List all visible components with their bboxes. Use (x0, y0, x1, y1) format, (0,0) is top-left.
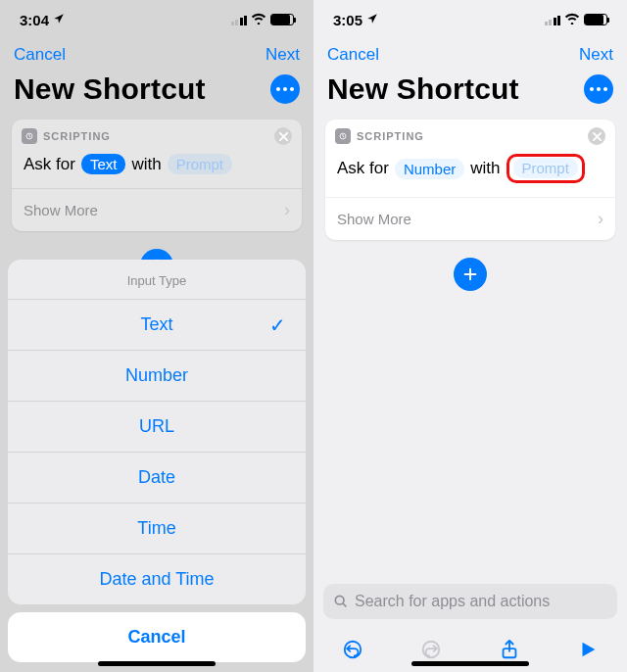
run-button[interactable] (568, 630, 607, 669)
ask-middle: with (470, 159, 500, 178)
input-type-pill[interactable]: Number (395, 159, 464, 179)
check-icon: ✓ (269, 313, 286, 337)
undo-button[interactable] (333, 630, 372, 669)
sheet-option-datetime[interactable]: Date and Time (8, 553, 306, 604)
prompt-pill[interactable]: Prompt (513, 158, 578, 178)
wifi-icon (251, 12, 266, 27)
cancel-button[interactable]: Cancel (327, 45, 379, 65)
wifi-icon (564, 12, 580, 27)
sheet-option-number[interactable]: Number (8, 350, 306, 401)
signal-icon (545, 15, 561, 25)
ask-middle: with (131, 155, 161, 174)
show-more-label: Show More (337, 211, 411, 227)
more-button[interactable] (584, 74, 613, 104)
location-icon (53, 13, 65, 27)
sheet-option-date[interactable]: Date (8, 452, 306, 503)
home-indicator (411, 661, 529, 666)
action-sheet: Input Type Text ✓ Number URL Date Time D… (8, 260, 306, 662)
show-more-row[interactable]: Show More › (325, 197, 615, 240)
sheet-option-url[interactable]: URL (8, 401, 306, 452)
remove-action-button[interactable] (588, 127, 605, 145)
ellipsis-icon (590, 87, 607, 91)
svg-point-2 (335, 596, 344, 604)
sheet-title: Input Type (8, 260, 306, 299)
search-input[interactable]: Search for apps and actions (323, 584, 617, 619)
cancel-button[interactable]: Cancel (14, 45, 66, 65)
show-more-row[interactable]: Show More › (12, 188, 302, 231)
home-indicator (98, 661, 216, 666)
nav-bar: Cancel Next (314, 39, 627, 69)
card-category: SCRIPTING (43, 130, 111, 142)
more-button[interactable] (270, 74, 300, 104)
status-bar: 3:04 (0, 0, 314, 39)
status-time: 3:05 (333, 12, 362, 28)
chevron-right-icon: › (598, 209, 603, 229)
location-icon (366, 13, 378, 27)
sheet-cancel-button[interactable]: Cancel (8, 612, 306, 662)
ask-prefix: Ask for (24, 155, 75, 174)
sheet-option-text[interactable]: Text ✓ (8, 299, 306, 350)
next-button[interactable]: Next (579, 45, 613, 65)
status-bar: 3:05 (314, 0, 627, 39)
ask-prefix: Ask for (337, 159, 389, 178)
scripting-icon (335, 128, 351, 144)
ellipsis-icon (276, 87, 294, 91)
scripting-icon (22, 128, 37, 144)
battery-icon (584, 14, 607, 25)
battery-icon (270, 14, 294, 25)
show-more-label: Show More (24, 202, 98, 218)
highlight-annotation: Prompt (506, 154, 585, 183)
phone-left: 3:04 Cancel Next New Shortcut (0, 0, 314, 672)
phone-right: 3:05 Cancel Next New Shortcut (314, 0, 627, 672)
signal-icon (231, 15, 248, 25)
action-card: SCRIPTING Ask for Text with Prompt Show … (12, 120, 302, 231)
input-type-pill[interactable]: Text (81, 154, 126, 174)
remove-action-button[interactable] (274, 127, 292, 145)
search-placeholder: Search for apps and actions (355, 593, 550, 610)
search-icon (333, 594, 349, 609)
nav-bar: Cancel Next (0, 39, 314, 69)
chevron-right-icon: › (284, 200, 290, 220)
card-category: SCRIPTING (357, 130, 424, 142)
prompt-pill[interactable]: Prompt (168, 154, 232, 174)
status-time: 3:04 (20, 12, 49, 28)
sheet-option-time[interactable]: Time (8, 503, 306, 553)
action-card: SCRIPTING Ask for Number with Prompt Sho… (325, 120, 615, 240)
page-title: New Shortcut (327, 72, 519, 106)
add-action-button[interactable] (454, 258, 487, 291)
page-title: New Shortcut (14, 72, 206, 106)
next-button[interactable]: Next (265, 45, 300, 65)
